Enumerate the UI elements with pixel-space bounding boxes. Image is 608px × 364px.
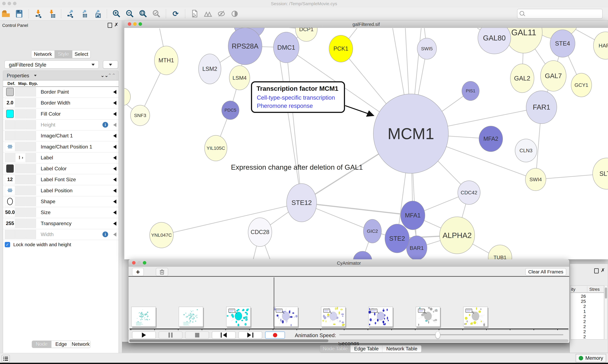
- animation-frame-7[interactable]: [463, 307, 488, 327]
- lock-size-checkbox[interactable]: ✓: [5, 242, 10, 247]
- property-byp-cell[interactable]: [26, 230, 36, 239]
- column-centrality[interactable]: ity: [571, 287, 575, 292]
- annotation-link-2[interactable]: Pheromone response: [257, 103, 313, 109]
- table-cell[interactable]: 25: [571, 299, 586, 304]
- property-def-cell[interactable]: [5, 87, 15, 96]
- animation-frame-5[interactable]: [368, 307, 393, 327]
- animation-frame-2[interactable]: [226, 307, 251, 327]
- property-byp-cell[interactable]: [26, 175, 36, 184]
- property-def-cell[interactable]: [5, 131, 15, 140]
- property-map-cell[interactable]: [15, 131, 26, 140]
- column-stress[interactable]: Stres: [589, 287, 600, 292]
- clone-network-icon[interactable]: [190, 9, 200, 19]
- save-session-icon[interactable]: [14, 9, 24, 19]
- tab-style[interactable]: Style: [55, 51, 72, 58]
- expand-row-icon[interactable]: [113, 221, 116, 226]
- results-table[interactable]: ity Stres 26252122222: [570, 286, 604, 339]
- contrast-icon[interactable]: [230, 9, 240, 19]
- property-map-cell[interactable]: [15, 87, 26, 96]
- expand-row-icon[interactable]: [113, 90, 116, 94]
- scrollbar-thumb[interactable]: [605, 287, 607, 299]
- property-def-cell[interactable]: [5, 142, 15, 151]
- property-map-cell[interactable]: [15, 109, 26, 118]
- zoom-selected-icon[interactable]: [152, 9, 161, 19]
- property-def-cell[interactable]: [5, 109, 15, 118]
- scrollbar-thumb[interactable]: [129, 339, 328, 342]
- table-cell[interactable]: 2: [571, 329, 586, 334]
- animation-frame-3[interactable]: [274, 307, 298, 327]
- expand-row-icon[interactable]: [113, 134, 116, 138]
- overview-icon[interactable]: [203, 9, 213, 19]
- table-cell[interactable]: 2: [571, 314, 586, 319]
- table-cell[interactable]: 2: [571, 324, 586, 329]
- animation-speed-slider[interactable]: [339, 334, 563, 335]
- property-row[interactable]: Image/Chart 1: [3, 130, 119, 141]
- next-frame-button[interactable]: [238, 331, 262, 339]
- add-frame-button[interactable]: +: [132, 268, 144, 276]
- style-selector[interactable]: galFiltered Style: [4, 60, 99, 69]
- info-icon[interactable]: i: [102, 122, 108, 128]
- property-byp-cell[interactable]: [26, 197, 36, 206]
- panel-list-button[interactable]: [1, 355, 10, 362]
- property-row[interactable]: 12Label Font Size: [3, 174, 119, 185]
- tab-select[interactable]: Select: [72, 51, 90, 58]
- property-map-cell[interactable]: [15, 197, 26, 206]
- property-def-cell[interactable]: [5, 230, 15, 239]
- zoom-in-icon[interactable]: [112, 9, 122, 19]
- property-byp-cell[interactable]: [26, 186, 36, 195]
- property-row[interactable]: Image/Chart Position 1: [3, 141, 119, 152]
- prev-frame-button[interactable]: [212, 331, 235, 339]
- expand-row-icon[interactable]: [113, 156, 116, 160]
- animation-frame-0[interactable]: [131, 307, 156, 327]
- zoom-fit-icon[interactable]: [138, 9, 148, 19]
- property-def-cell[interactable]: [5, 164, 15, 173]
- network-canvas[interactable]: GAL11DCP1RPS28ADMC1PCK1SWI5GAL80STE4HAP2…: [124, 28, 608, 259]
- table-cell[interactable]: 2: [571, 304, 586, 309]
- property-byp-cell[interactable]: [26, 120, 36, 129]
- expand-all-icon[interactable]: ⌄⌄: [100, 73, 109, 78]
- properties-header[interactable]: Properties ⌄⌄ ⌃⌃: [3, 71, 119, 80]
- property-row[interactable]: 50.0Size: [3, 207, 119, 218]
- expand-row-icon[interactable]: [113, 167, 116, 171]
- tab-edge[interactable]: Edge: [52, 341, 71, 348]
- close-panel-icon[interactable]: ✗: [114, 22, 118, 27]
- property-map-cell[interactable]: [15, 98, 26, 107]
- property-def-cell[interactable]: [5, 186, 15, 195]
- property-map-cell[interactable]: [15, 164, 26, 173]
- expand-row-icon[interactable]: [113, 101, 116, 105]
- property-map-cell[interactable]: [15, 175, 26, 184]
- property-row[interactable]: Label Color: [3, 163, 119, 174]
- pause-button[interactable]: [159, 331, 182, 339]
- expand-row-icon[interactable]: [113, 178, 116, 182]
- animation-frame-4[interactable]: [321, 307, 345, 327]
- search-field[interactable]: [517, 9, 603, 19]
- close-panel-icon[interactable]: ✗: [601, 268, 605, 273]
- table-cell[interactable]: 26: [571, 294, 586, 299]
- expand-row-icon[interactable]: [113, 189, 116, 193]
- float-panel-icon[interactable]: [108, 23, 112, 28]
- property-row[interactable]: Widthi: [3, 229, 119, 240]
- property-byp-cell[interactable]: [26, 208, 36, 217]
- property-def-cell[interactable]: 12: [5, 175, 15, 184]
- property-map-cell[interactable]: [15, 230, 26, 239]
- table-cell[interactable]: 2: [571, 334, 586, 339]
- animation-frame-1[interactable]: [179, 307, 203, 327]
- tab-node[interactable]: Node: [32, 341, 52, 348]
- property-byp-cell[interactable]: [26, 142, 36, 151]
- property-row[interactable]: Border Paint: [3, 87, 119, 98]
- expand-row-icon[interactable]: [113, 200, 116, 204]
- property-map-cell[interactable]: ⋮›: [15, 153, 26, 162]
- delete-frame-button[interactable]: [156, 268, 168, 276]
- expand-row-icon[interactable]: [113, 112, 116, 116]
- info-icon[interactable]: i: [102, 232, 108, 237]
- export-table-icon[interactable]: [79, 9, 89, 19]
- property-byp-cell[interactable]: [26, 87, 36, 96]
- animation-frame-6[interactable]: [416, 307, 440, 327]
- property-byp-cell[interactable]: [26, 109, 36, 118]
- float-panel-icon[interactable]: [594, 268, 599, 273]
- property-byp-cell[interactable]: [26, 98, 36, 107]
- clear-all-frames-button[interactable]: Clear All Frames: [525, 268, 566, 275]
- annotation-link-1[interactable]: Cell-type-specific transcription: [257, 94, 335, 101]
- timeline-playhead[interactable]: [274, 277, 274, 329]
- zoom-out-icon[interactable]: [125, 9, 135, 19]
